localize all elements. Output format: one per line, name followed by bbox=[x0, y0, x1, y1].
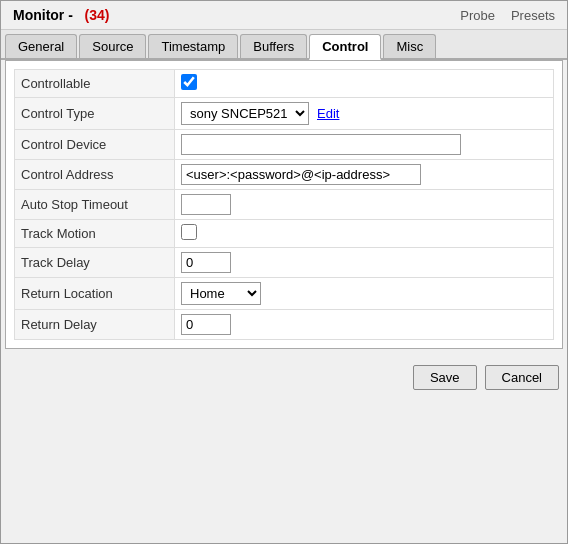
label-return-delay: Return Delay bbox=[15, 310, 175, 340]
control-type-select[interactable]: sony SNCEP521 Other bbox=[181, 102, 309, 125]
edit-link[interactable]: Edit bbox=[317, 106, 339, 121]
cancel-button[interactable]: Cancel bbox=[485, 365, 559, 390]
row-auto-stop-timeout: Auto Stop Timeout bbox=[15, 190, 554, 220]
button-row: Save Cancel bbox=[1, 353, 567, 398]
label-control-address: Control Address bbox=[15, 160, 175, 190]
tab-content: Controllable Control Type sony SNCEP521 … bbox=[5, 60, 563, 349]
form-table: Controllable Control Type sony SNCEP521 … bbox=[14, 69, 554, 340]
return-delay-input[interactable] bbox=[181, 314, 231, 335]
controllable-checkbox[interactable] bbox=[181, 74, 197, 90]
tab-source[interactable]: Source bbox=[79, 34, 146, 58]
title-bar: Monitor - (34) Probe Presets bbox=[1, 1, 567, 30]
tab-buffers[interactable]: Buffers bbox=[240, 34, 307, 58]
track-delay-input[interactable] bbox=[181, 252, 231, 273]
save-button[interactable]: Save bbox=[413, 365, 477, 390]
label-return-location: Return Location bbox=[15, 278, 175, 310]
return-location-wrapper: Home None Preset 1 bbox=[181, 282, 547, 305]
row-control-device: Control Device bbox=[15, 130, 554, 160]
probe-link[interactable]: Probe bbox=[460, 8, 495, 23]
label-control-type: Control Type bbox=[15, 98, 175, 130]
presets-link[interactable]: Presets bbox=[511, 8, 555, 23]
label-track-motion: Track Motion bbox=[15, 220, 175, 248]
row-control-address: Control Address bbox=[15, 160, 554, 190]
label-control-device: Control Device bbox=[15, 130, 175, 160]
title-actions: Probe Presets bbox=[460, 8, 555, 23]
window-count: (34) bbox=[85, 7, 110, 23]
row-track-delay: Track Delay bbox=[15, 248, 554, 278]
label-controllable: Controllable bbox=[15, 70, 175, 98]
return-location-select[interactable]: Home None Preset 1 bbox=[181, 282, 261, 305]
label-track-delay: Track Delay bbox=[15, 248, 175, 278]
label-auto-stop-timeout: Auto Stop Timeout bbox=[15, 190, 175, 220]
row-controllable: Controllable bbox=[15, 70, 554, 98]
tab-bar: General Source Timestamp Buffers Control… bbox=[1, 30, 567, 60]
row-track-motion: Track Motion bbox=[15, 220, 554, 248]
window-title: Monitor - bbox=[13, 7, 73, 23]
control-device-input[interactable] bbox=[181, 134, 461, 155]
tab-misc[interactable]: Misc bbox=[383, 34, 436, 58]
control-type-wrapper: sony SNCEP521 Other Edit bbox=[181, 102, 547, 125]
tab-control[interactable]: Control bbox=[309, 34, 381, 60]
auto-stop-timeout-input[interactable] bbox=[181, 194, 231, 215]
tab-general[interactable]: General bbox=[5, 34, 77, 58]
control-address-input[interactable] bbox=[181, 164, 421, 185]
row-return-delay: Return Delay bbox=[15, 310, 554, 340]
track-motion-checkbox[interactable] bbox=[181, 224, 197, 240]
window: Monitor - (34) Probe Presets General Sou… bbox=[0, 0, 568, 544]
row-control-type: Control Type sony SNCEP521 Other Edit bbox=[15, 98, 554, 130]
tab-timestamp[interactable]: Timestamp bbox=[148, 34, 238, 58]
row-return-location: Return Location Home None Preset 1 bbox=[15, 278, 554, 310]
